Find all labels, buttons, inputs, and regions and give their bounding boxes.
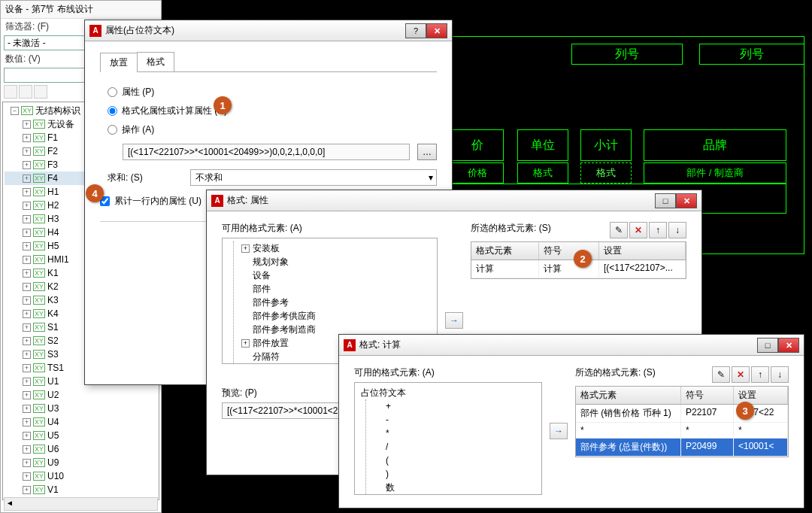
maximize-button[interactable]: □: [757, 338, 778, 353]
tabs: 放置 格式: [100, 52, 437, 72]
tree-item[interactable]: +XYU5: [5, 429, 157, 442]
tree-item[interactable]: 数: [371, 481, 538, 494]
close-button[interactable]: ✕: [676, 193, 697, 208]
badge-4: 4: [86, 184, 104, 202]
tree-item[interactable]: +XYV1: [5, 483, 157, 496]
up-icon[interactable]: ↑: [751, 366, 769, 383]
tab-format[interactable]: 格式: [137, 52, 174, 71]
tree-item[interactable]: 部件参考供应商: [238, 309, 434, 323]
radio-format[interactable]: 格式化属性或计算属性 (R): [100, 102, 437, 120]
edit-icon[interactable]: ✎: [610, 222, 628, 238]
tree-item[interactable]: 部件参考: [238, 296, 434, 309]
sum-label: 求和: (S): [100, 172, 183, 184]
tool-icon[interactable]: [19, 85, 32, 99]
app-icon: A: [89, 25, 102, 37]
badge-1: 1: [214, 96, 232, 114]
radio-operation[interactable]: 操作 (A): [100, 120, 437, 139]
sum-select[interactable]: 不求和: [190, 169, 437, 186]
panel-title: 设备 - 第7节 布线设计: [1, 1, 161, 19]
badge-2: 2: [574, 250, 592, 268]
dialog-titlebar[interactable]: A 属性(占位符文本) ? ✕: [85, 20, 452, 41]
selected-grid[interactable]: 格式元素 符号 设置 部件 (销售价格 币种 1)P22107<117<22**…: [575, 386, 789, 457]
wechat-icon: ◐: [721, 481, 742, 502]
delete-icon[interactable]: ✕: [732, 366, 750, 383]
tree-item[interactable]: +XYU6: [5, 442, 157, 456]
help-button[interactable]: ?: [405, 23, 426, 38]
add-button[interactable]: →: [550, 423, 568, 439]
grid-row[interactable]: 部件 (销售价格 币种 1)P22107<117<22: [576, 405, 788, 423]
tree-item[interactable]: +XYU9: [5, 456, 157, 469]
down-icon[interactable]: ↓: [668, 222, 686, 238]
close-button[interactable]: ✕: [426, 23, 447, 38]
tree-item[interactable]: +: [371, 399, 538, 413]
tool-icon[interactable]: [4, 85, 17, 99]
dialog-title: 格式: 属性: [227, 194, 655, 207]
edit-icon[interactable]: ✎: [712, 366, 730, 383]
app-icon: A: [344, 339, 356, 351]
available-label: 可用的格式元素: (A): [354, 366, 542, 379]
dialog-title: 格式: 计算: [359, 338, 757, 351]
tree-item[interactable]: (: [371, 454, 538, 467]
add-button[interactable]: →: [445, 312, 463, 329]
tree-item[interactable]: +安装板: [238, 241, 434, 255]
down-icon[interactable]: ↓: [771, 366, 789, 383]
grid-row[interactable]: ***: [576, 423, 788, 439]
tab-placement[interactable]: 放置: [100, 53, 138, 72]
available-label: 可用的格式元素: (A): [222, 222, 438, 235]
tree-item[interactable]: 规划对象: [238, 255, 434, 269]
tree-item[interactable]: 部件: [238, 282, 434, 296]
tree-item[interactable]: ): [371, 467, 538, 481]
dialog-titlebar[interactable]: A 格式: 属性 □ ✕: [207, 190, 701, 211]
selected-label: 所选的格式元素: (S): [471, 222, 551, 238]
close-button[interactable]: ✕: [778, 338, 799, 353]
badge-3: 3: [736, 402, 754, 420]
tree-item[interactable]: +XYU10: [5, 469, 157, 483]
delete-icon[interactable]: ✕: [629, 222, 647, 238]
tool-icon[interactable]: [34, 85, 47, 99]
expression-field: [(<117<22107>>*<10001<20499>>)0,0,2,1,0,…: [123, 144, 410, 160]
dialog-titlebar[interactable]: A 格式: 计算 □ ✕: [339, 335, 804, 356]
tree-item[interactable]: *: [371, 426, 538, 440]
tree-root[interactable]: 占位符文本: [358, 386, 538, 399]
tree-item[interactable]: /: [371, 440, 538, 454]
available-tree[interactable]: 占位符文本 +-*/()数: [354, 382, 542, 495]
app-icon: A: [211, 195, 223, 207]
tree-item[interactable]: +XYU2: [5, 388, 157, 402]
h-scrollbar[interactable]: [4, 497, 158, 511]
watermark: ◐ 电气CAD论坛: [721, 481, 801, 502]
selected-label: 所选的格式元素: (S): [575, 366, 656, 383]
tree-item[interactable]: +XYU4: [5, 415, 157, 429]
dialog-title: 属性(占位符文本): [105, 24, 405, 37]
tree-item[interactable]: 设备: [238, 269, 434, 282]
up-icon[interactable]: ↑: [649, 222, 667, 238]
grid-row[interactable]: 部件参考 (总量(件数))P20499<10001<: [576, 439, 788, 457]
browse-button[interactable]: …: [417, 144, 437, 160]
radio-property[interactable]: 属性 (P): [100, 83, 437, 102]
maximize-button[interactable]: □: [655, 193, 676, 208]
tree-item[interactable]: +XYU3: [5, 402, 157, 415]
tree-item[interactable]: -: [371, 413, 538, 426]
